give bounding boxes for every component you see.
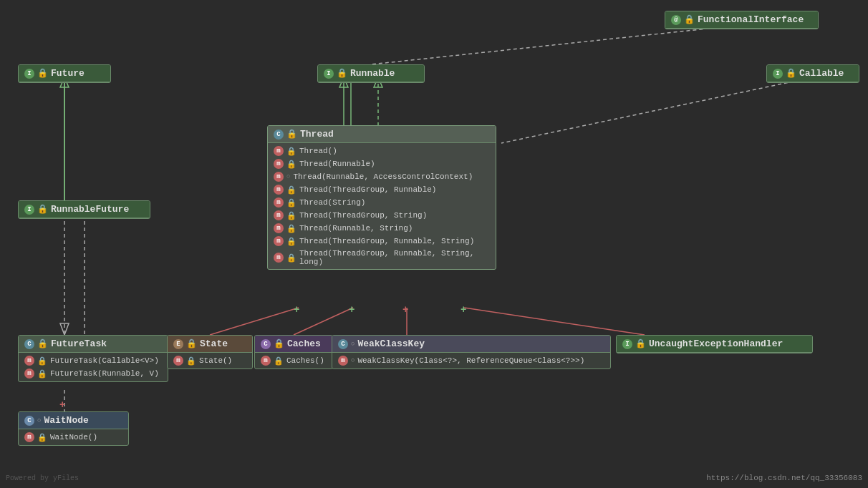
caches-title: Caches — [287, 338, 321, 349]
node-runnable: I 🔒 Runnable — [317, 64, 425, 83]
thread-body: m 🔒 Thread() m 🔒 Thread(Runnable) m ○ Th… — [268, 143, 496, 269]
node-future-task: C 🔒 FutureTask m 🔒 FutureTask(Callable<V… — [18, 335, 168, 382]
rf-title: RunnableFuture — [51, 204, 129, 215]
wck-body: m ○ WeakClassKey(Class<?>, ReferenceQueu… — [332, 353, 610, 369]
node-ueh: I 🔒 UncaughtExceptionHandler — [616, 335, 813, 353]
icon-wnm1: m — [24, 432, 34, 442]
node-wn-header: C ○ WaitNode — [19, 412, 128, 429]
icon-m9: m — [274, 253, 284, 263]
node-fi-header: @ 🔒 FunctionalInterface — [665, 11, 818, 29]
icon-wck: C — [338, 339, 348, 349]
watermark-text: Powered by yFiles — [6, 474, 79, 482]
icon-ft: C — [24, 339, 34, 349]
lock-rf: 🔒 — [37, 204, 48, 215]
node-state: E 🔒 State m 🔒 State() — [167, 335, 253, 369]
wn-title: WaitNode — [44, 415, 88, 426]
icon-sm1: m — [173, 356, 183, 366]
thread-method-5: m 🔒 Thread(String) — [268, 196, 496, 209]
node-state-header: E 🔒 State — [168, 336, 252, 353]
icon-m3: m — [274, 172, 284, 182]
ft-method-2: m 🔒 FutureTask(Runnable, V) — [19, 367, 168, 380]
thread-method-6: m 🔒 Thread(ThreadGroup, String) — [268, 209, 496, 222]
icon-m4: m — [274, 185, 284, 195]
svg-marker-3 — [60, 323, 69, 335]
node-caches-header: C 🔒 Caches — [255, 336, 332, 353]
lock-future: 🔒 — [37, 68, 48, 79]
icon-runnable: I — [324, 69, 334, 79]
node-wck-header: C ○ WeakClassKey — [332, 336, 610, 353]
node-future: I 🔒 Future — [18, 64, 111, 83]
node-functional-interface: @ 🔒 FunctionalInterface — [665, 11, 819, 29]
ft-title: FutureTask — [51, 338, 107, 349]
svg-line-13 — [464, 308, 645, 335]
node-callable: I 🔒 Callable — [766, 64, 859, 83]
icon-wckm1: m — [338, 356, 348, 366]
svg-line-11 — [294, 308, 353, 335]
plus-2: + — [349, 304, 355, 316]
plus-3: + — [402, 304, 408, 316]
icon-future: I — [24, 69, 34, 79]
thread-method-4: m 🔒 Thread(ThreadGroup, Runnable) — [268, 183, 496, 196]
node-ft-header: C 🔒 FutureTask — [19, 336, 168, 353]
node-runnable-header: I 🔒 Runnable — [318, 65, 424, 82]
svg-line-10 — [210, 308, 299, 335]
diagram-container: + + + + + I 🔒 Future I 🔒 Runnable @ 🔒 Fu… — [0, 0, 868, 488]
node-runnable-future: I 🔒 RunnableFuture — [18, 200, 150, 219]
plus-5: + — [59, 399, 65, 411]
node-rf-header: I 🔒 RunnableFuture — [19, 201, 150, 218]
thread-method-3: m ○ Thread(Runnable, AccessControlContex… — [268, 170, 496, 183]
plus-4: + — [460, 304, 466, 316]
icon-ftm2: m — [24, 369, 34, 379]
fi-title: FunctionalInterface — [698, 14, 804, 25]
lock-fi: 🔒 — [684, 14, 695, 25]
svg-line-8 — [371, 25, 741, 64]
wck-method-1: m ○ WeakClassKey(Class<?>, ReferenceQueu… — [332, 354, 610, 367]
runnable-title: Runnable — [350, 68, 395, 79]
lock-callable: 🔒 — [786, 68, 796, 79]
state-body: m 🔒 State() — [168, 353, 252, 369]
icon-callable: I — [773, 69, 783, 79]
thread-method-7: m 🔒 Thread(Runnable, String) — [268, 222, 496, 235]
icon-fi: @ — [671, 15, 681, 25]
icon-m2: m — [274, 159, 284, 169]
thread-method-2: m 🔒 Thread(Runnable) — [268, 157, 496, 170]
caches-body: m 🔒 Caches() — [255, 353, 332, 369]
wn-method-1: m 🔒 WaitNode() — [19, 431, 128, 444]
icon-ueh: I — [622, 339, 632, 349]
wck-title: WeakClassKey — [357, 338, 425, 349]
caches-method-1: m 🔒 Caches() — [255, 354, 332, 367]
icon-ftm1: m — [24, 356, 34, 366]
node-ueh-header: I 🔒 UncaughtExceptionHandler — [617, 336, 812, 353]
icon-cm1: m — [261, 356, 271, 366]
thread-method-8: m 🔒 Thread(ThreadGroup, Runnable, String… — [268, 235, 496, 248]
icon-rf: I — [24, 205, 34, 215]
thread-method-1: m 🔒 Thread() — [268, 145, 496, 157]
node-callable-header: I 🔒 Callable — [767, 65, 859, 82]
node-weak-class-key: C ○ WeakClassKey m ○ WeakClassKey(Class<… — [332, 335, 611, 369]
node-wait-node: C ○ WaitNode m 🔒 WaitNode() — [18, 411, 129, 446]
lock-thread: 🔒 — [286, 129, 297, 140]
icon-m6: m — [274, 210, 284, 220]
plus-1: + — [294, 304, 299, 316]
icon-m5: m — [274, 197, 284, 208]
url-text: https://blog.csdn.net/qq_33356083 — [706, 474, 862, 482]
icon-m7: m — [274, 223, 284, 233]
icon-caches: C — [261, 339, 271, 349]
node-thread-header: C 🔒 Thread — [268, 126, 496, 143]
lock-runnable: 🔒 — [337, 68, 347, 79]
icon-m8: m — [274, 236, 284, 246]
svg-line-16 — [501, 77, 813, 143]
icon-m1: m — [274, 146, 284, 156]
ft-body: m 🔒 FutureTask(Callable<V>) m 🔒 FutureTa… — [19, 353, 168, 381]
wn-body: m 🔒 WaitNode() — [19, 429, 128, 445]
node-thread: C 🔒 Thread m 🔒 Thread() m 🔒 Thread(Runna… — [267, 125, 496, 270]
thread-method-9: m 🔒 Thread(ThreadGroup, Runnable, String… — [268, 248, 496, 268]
ft-method-1: m 🔒 FutureTask(Callable<V>) — [19, 354, 168, 367]
state-title: State — [200, 338, 228, 349]
state-method-1: m 🔒 State() — [168, 354, 252, 367]
callable-title: Callable — [799, 68, 844, 79]
thread-title: Thread — [300, 129, 334, 140]
icon-wn: C — [24, 416, 34, 426]
node-caches: C 🔒 Caches m 🔒 Caches() — [254, 335, 333, 369]
icon-state: E — [173, 339, 183, 349]
